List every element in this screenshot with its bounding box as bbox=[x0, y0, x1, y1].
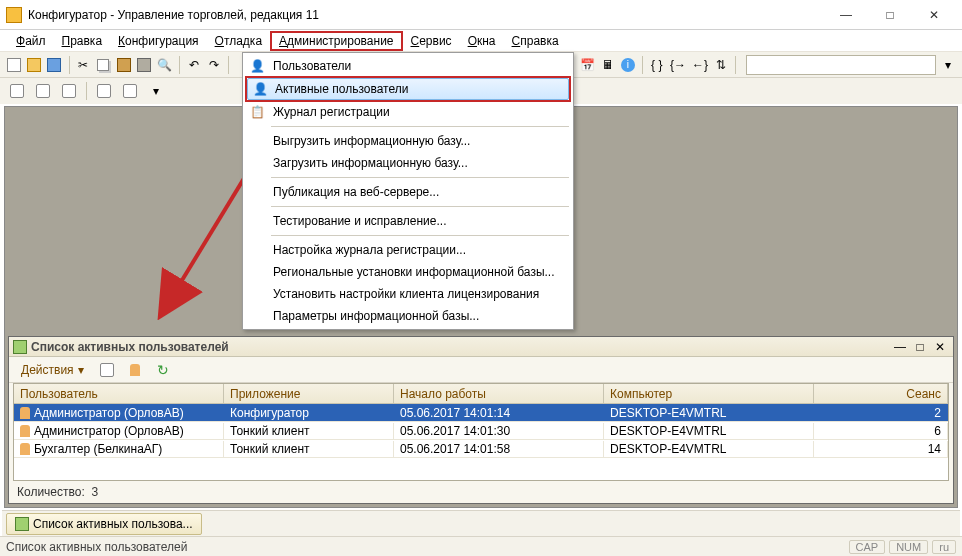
open-button[interactable] bbox=[26, 54, 42, 76]
menu-справка[interactable]: Справка bbox=[504, 32, 567, 50]
menu-администрирование[interactable]: Администрирование bbox=[270, 31, 402, 51]
table-header: Пользователь Приложение Начало работы Ко… bbox=[14, 384, 948, 404]
config-button-1[interactable] bbox=[6, 80, 28, 102]
menu-separator bbox=[271, 177, 569, 178]
menu-файл[interactable]: Файл bbox=[8, 32, 54, 50]
menu-item[interactable]: Региональные установки информационной ба… bbox=[245, 261, 571, 283]
table-row[interactable]: Бухгалтер (БелкинаАГ)Тонкий клиент05.06.… bbox=[14, 440, 948, 458]
config-button-4[interactable] bbox=[93, 80, 115, 102]
menu-item[interactable]: Выгрузить информационную базу... bbox=[245, 130, 571, 152]
child-close[interactable]: ✕ bbox=[931, 339, 949, 355]
user-icon bbox=[20, 443, 30, 455]
menu-separator bbox=[271, 235, 569, 236]
menu-item-label: Публикация на веб-сервере... bbox=[273, 185, 439, 199]
menu-item[interactable]: Установить настройки клиента лицензирова… bbox=[245, 283, 571, 305]
th-session[interactable]: Сеанс bbox=[814, 384, 948, 403]
child-minimize[interactable]: ― bbox=[891, 339, 909, 355]
bracket3-button[interactable]: ←} bbox=[691, 54, 709, 76]
statusbar: Список активных пользователей CAP NUM ru bbox=[0, 536, 962, 556]
menu-item-label: Активные пользователи bbox=[275, 82, 408, 96]
config-button-2[interactable] bbox=[32, 80, 54, 102]
count-label: Количество: bbox=[17, 485, 85, 499]
search-dropdown[interactable]: ▾ bbox=[940, 54, 956, 76]
status-hint: Список активных пользователей bbox=[6, 540, 845, 554]
users-icon bbox=[15, 517, 29, 531]
actions-menu[interactable]: Действия▾ bbox=[15, 361, 90, 379]
app-icon bbox=[6, 7, 22, 23]
maximize-button[interactable]: □ bbox=[868, 1, 912, 29]
th-app[interactable]: Приложение bbox=[224, 384, 394, 403]
window-title: Конфигуратор - Управление торговлей, ред… bbox=[28, 8, 824, 22]
save-button[interactable] bbox=[46, 54, 62, 76]
table-row[interactable]: Администратор (ОрловАВ)Тонкий клиент05.0… bbox=[14, 422, 948, 440]
calendar-button[interactable]: 📅 bbox=[579, 54, 596, 76]
menu-конфигурация[interactable]: Конфигурация bbox=[110, 32, 207, 50]
table-row[interactable]: Администратор (ОрловАВ)Конфигуратор05.06… bbox=[14, 404, 948, 422]
menu-item[interactable]: Загрузить информационную базу... bbox=[245, 152, 571, 174]
bracket4-button[interactable]: ⇅ bbox=[713, 54, 729, 76]
menu-сервис[interactable]: Сервис bbox=[403, 32, 460, 50]
close-button[interactable]: ✕ bbox=[912, 1, 956, 29]
bracket2-button[interactable]: {→ bbox=[669, 54, 687, 76]
calculator-button[interactable]: 🖩 bbox=[600, 54, 616, 76]
menu-separator bbox=[271, 126, 569, 127]
child-maximize[interactable]: □ bbox=[911, 339, 929, 355]
admin-dropdown: 👤Пользователи👤Активные пользователи📋Журн… bbox=[242, 52, 574, 330]
th-start[interactable]: Начало работы bbox=[394, 384, 604, 403]
config-button-5[interactable] bbox=[119, 80, 141, 102]
status-cap: CAP bbox=[849, 540, 886, 554]
menu-отладка[interactable]: Отладка bbox=[207, 32, 270, 50]
menu-item-label: Загрузить информационную базу... bbox=[273, 156, 468, 170]
refresh-button[interactable]: ↻ bbox=[152, 359, 174, 381]
menu-separator bbox=[271, 206, 569, 207]
config-button-3[interactable] bbox=[58, 80, 80, 102]
child-titlebar[interactable]: Список активных пользователей ― □ ✕ bbox=[9, 337, 953, 357]
user-icon: 👤 bbox=[249, 58, 265, 74]
menu-item[interactable]: Тестирование и исправление... bbox=[245, 210, 571, 232]
find-button[interactable]: 🔍 bbox=[156, 54, 173, 76]
menu-item[interactable]: Публикация на веб-сервере... bbox=[245, 181, 571, 203]
menu-item-label: Журнал регистрации bbox=[273, 105, 390, 119]
config-dropdown[interactable]: ▾ bbox=[145, 80, 167, 102]
paste-button[interactable] bbox=[116, 54, 132, 76]
users-icon: 👤 bbox=[252, 81, 268, 97]
titlebar: Конфигуратор - Управление торговлей, ред… bbox=[0, 0, 962, 30]
status-num: NUM bbox=[889, 540, 928, 554]
user-icon bbox=[20, 407, 30, 419]
redo-button[interactable]: ↷ bbox=[206, 54, 222, 76]
user-button[interactable] bbox=[124, 359, 146, 381]
th-user[interactable]: Пользователь bbox=[14, 384, 224, 403]
child-footer: Количество: 3 bbox=[9, 481, 953, 503]
bracket1-button[interactable]: { } bbox=[649, 54, 665, 76]
child-title: Список активных пользователей bbox=[31, 340, 889, 354]
menu-item[interactable]: Настройка журнала регистрации... bbox=[245, 239, 571, 261]
menu-item[interactable]: 👤Активные пользователи bbox=[247, 78, 569, 100]
undo-button[interactable]: ↶ bbox=[186, 54, 202, 76]
th-computer[interactable]: Компьютер bbox=[604, 384, 814, 403]
menu-item-label: Тестирование и исправление... bbox=[273, 214, 447, 228]
users-icon bbox=[13, 340, 27, 354]
info-button[interactable]: i bbox=[620, 54, 636, 76]
new-button[interactable] bbox=[6, 54, 22, 76]
view-button[interactable] bbox=[96, 359, 118, 381]
menu-правка[interactable]: Правка bbox=[54, 32, 111, 50]
users-table: Пользователь Приложение Начало работы Ко… bbox=[13, 383, 949, 481]
user-icon bbox=[20, 425, 30, 437]
print-button[interactable] bbox=[136, 54, 152, 76]
menu-окна[interactable]: Окна bbox=[460, 32, 504, 50]
cut-button[interactable]: ✂ bbox=[75, 54, 91, 76]
count-value: 3 bbox=[91, 485, 98, 499]
task-button-active-users[interactable]: Список активных пользова... bbox=[6, 513, 202, 535]
menu-item-label: Установить настройки клиента лицензирова… bbox=[273, 287, 539, 301]
menu-item-label: Региональные установки информационной ба… bbox=[273, 265, 555, 279]
child-toolbar: Действия▾ ↻ bbox=[9, 357, 953, 383]
menu-item[interactable]: Параметры информационной базы... bbox=[245, 305, 571, 327]
menu-item-label: Пользователи bbox=[273, 59, 351, 73]
copy-button[interactable] bbox=[95, 54, 111, 76]
status-lang[interactable]: ru bbox=[932, 540, 956, 554]
search-input[interactable] bbox=[746, 55, 936, 75]
menu-item[interactable]: 📋Журнал регистрации bbox=[245, 101, 571, 123]
minimize-button[interactable]: ― bbox=[824, 1, 868, 29]
menubar: ФайлПравкаКонфигурацияОтладкаАдминистрир… bbox=[0, 30, 962, 52]
menu-item[interactable]: 👤Пользователи bbox=[245, 55, 571, 77]
